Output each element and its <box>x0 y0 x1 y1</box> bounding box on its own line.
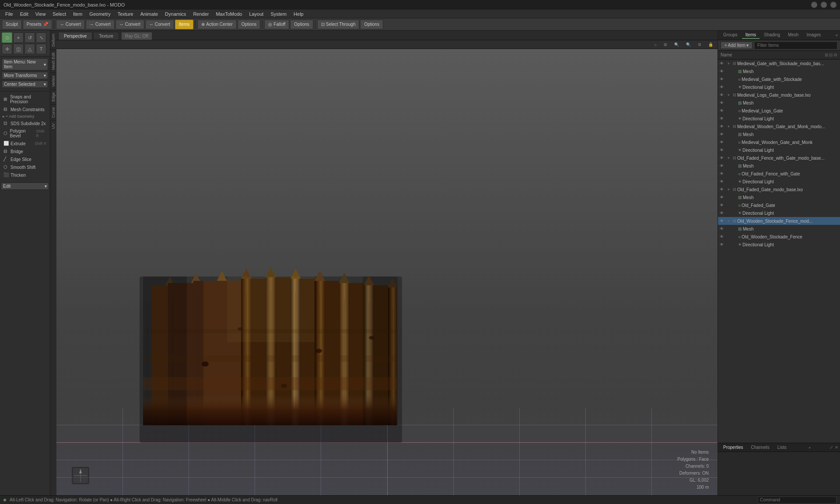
eye-icon-14[interactable]: 👁 <box>720 164 726 168</box>
mesh-constraints-button[interactable]: ⊟ Mesh Constraints <box>1 105 49 113</box>
convert-button-1[interactable]: ↔ Convert <box>56 20 85 29</box>
vp-zoom-fit-button[interactable]: ⊞ <box>661 42 670 47</box>
tree-item-24[interactable]: 👁☀Directional Light <box>718 241 840 248</box>
vp-home-button[interactable]: ⌂ <box>652 42 659 47</box>
eye-icon-5[interactable]: 👁 <box>720 93 726 97</box>
vp-lock-button[interactable]: 🔒 <box>706 42 716 47</box>
viewport-canvas[interactable]: No Items Polygons : Face Channels: 0 Def… <box>56 49 718 495</box>
menu-item-geometry[interactable]: Geometry <box>86 10 114 18</box>
images-tab[interactable]: Images <box>803 32 824 39</box>
tree-expand-21[interactable]: ▾ <box>728 219 732 223</box>
center-selected-dropdown[interactable]: Center Selected ▾ <box>2 80 48 88</box>
add-panel-button[interactable]: + <box>835 32 838 38</box>
menu-item-item[interactable]: Item <box>70 10 86 18</box>
vtab-curve[interactable]: Curve <box>50 104 56 120</box>
vtab-deform[interactable]: Deform <box>50 31 56 49</box>
eye-icon-16[interactable]: 👁 <box>720 179 726 184</box>
eye-icon-20[interactable]: 👁 <box>720 211 726 215</box>
tree-collapse-all-button[interactable]: ⊟ <box>829 52 833 57</box>
menu-item-render[interactable]: Render <box>189 10 212 18</box>
eye-icon-23[interactable]: 👁 <box>720 234 726 239</box>
tree-item-12[interactable]: 👁☀Directional Light <box>718 146 840 154</box>
menu-item-edit[interactable]: Edit <box>17 10 32 18</box>
mesh-tab[interactable]: Mesh <box>784 32 802 39</box>
tree-item-16[interactable]: 👁☀Directional Light <box>718 178 840 186</box>
convert-button-3[interactable]: ↔ Convert <box>116 20 144 29</box>
paint-tool-button[interactable]: ⌖ <box>13 32 24 43</box>
lists-tab[interactable]: Lists <box>774 444 790 451</box>
shading-tab[interactable]: Shading <box>760 32 784 39</box>
texture-tab[interactable]: Texture <box>93 32 119 40</box>
expand-bottom-button[interactable]: ⤢ <box>830 445 833 450</box>
convert-button-2[interactable]: ↔ Convert <box>86 20 115 29</box>
select-through-button[interactable]: ⊡ Select Through <box>317 20 360 29</box>
tree-item-23[interactable]: 👁○Old_Wooden_Stockade_Fence <box>718 233 840 241</box>
bridge-button[interactable]: ⊟ Bridge <box>1 147 49 155</box>
eye-icon-8[interactable]: 👁 <box>720 116 726 121</box>
tree-item-15[interactable]: 👁○Old_Faded_Fence_with_Gate <box>718 170 840 178</box>
eye-icon-2[interactable]: 👁 <box>720 69 726 74</box>
tree-expand-5[interactable]: ▾ <box>728 93 732 97</box>
vtab-vertex[interactable]: Vertex <box>50 73 56 90</box>
tree-expand-all-button[interactable]: ⊞ <box>825 52 828 57</box>
more-transforms-dropdown[interactable]: More Transforms ▾ <box>2 72 48 79</box>
menu-item-animate[interactable]: Animate <box>137 10 161 18</box>
vp-settings-button[interactable]: ⚙ <box>695 42 704 47</box>
work-plane-button[interactable]: ◫ <box>13 44 24 54</box>
falloff-options-button[interactable]: Options <box>290 20 313 29</box>
channels-tab[interactable]: Channels <box>748 444 773 451</box>
eye-icon-24[interactable]: 👁 <box>720 242 726 247</box>
action-center-button[interactable]: ⊕ Action Center <box>197 20 237 29</box>
minimize-button[interactable]: — <box>811 2 817 8</box>
select-through-options-button[interactable]: Options <box>360 20 383 29</box>
edit-dropdown[interactable]: Edit ▾ <box>1 182 49 190</box>
eye-icon-21[interactable]: 👁 <box>720 219 726 223</box>
eye-icon-10[interactable]: 👁 <box>720 132 726 136</box>
vtab-mesh-edit[interactable]: Mesh Edit <box>50 49 56 73</box>
thicken-button[interactable]: ⬛ Thicken <box>1 171 49 179</box>
tree-item-3[interactable]: 👁○Medieval_Gate_with_Stockade <box>718 75 840 83</box>
close-bottom-button[interactable]: ✕ <box>835 445 838 450</box>
polygon-bevel-button[interactable]: ⬡ Polygon Bevel Shift-B <box>1 127 49 140</box>
menu-item-texture[interactable]: Texture <box>114 10 137 18</box>
menu-item-maxtomodo[interactable]: MaxToModo <box>212 10 245 18</box>
convert-button-4[interactable]: ↔ Convert <box>145 20 174 29</box>
edge-slice-button[interactable]: ╱ Edge Slice <box>1 155 49 163</box>
filter-items-input[interactable] <box>754 42 837 49</box>
eye-icon-6[interactable]: 👁 <box>720 101 726 105</box>
drop-tool-button[interactable]: △ <box>24 44 35 54</box>
items-tab[interactable]: Items <box>742 32 760 39</box>
tree-item-19[interactable]: 👁○Old_Faded_Gate <box>718 201 840 209</box>
tree-item-2[interactable]: 👁▨Mesh <box>718 67 840 75</box>
tree-item-10[interactable]: 👁▨Mesh <box>718 130 840 138</box>
eye-icon-9[interactable]: 👁 <box>720 124 726 129</box>
eye-icon-13[interactable]: 👁 <box>720 156 726 160</box>
tree-item-20[interactable]: 👁☀Directional Light <box>718 209 840 217</box>
menu-item-dynamics[interactable]: Dynamics <box>161 10 189 18</box>
eye-icon-3[interactable]: 👁 <box>720 77 726 81</box>
tree-item-9[interactable]: 👁▾⊟Medieval_Wooden_Gate_and_Monk_modo... <box>718 122 840 130</box>
menu-item-layout[interactable]: Layout <box>245 10 267 18</box>
tree-item-11[interactable]: 👁○Medieval_Wooden_Gate_and_Monk <box>718 138 840 146</box>
rotate-tool-button[interactable]: ↺ <box>24 32 35 43</box>
eye-icon-15[interactable]: 👁 <box>720 172 726 176</box>
tree-item-5[interactable]: 👁▾⊟Medieval_Logs_Gate_modo_base.lxo <box>718 91 840 99</box>
close-button[interactable]: ✕ <box>830 2 836 8</box>
items-button[interactable]: Items <box>175 20 193 29</box>
perspective-tab[interactable]: Perspective <box>58 32 92 40</box>
properties-tab[interactable]: Properties <box>720 444 747 451</box>
tree-item-1[interactable]: 👁▾⊟Medieval_Gate_with_Stockade_modo_bas.… <box>718 60 840 67</box>
eye-icon-18[interactable]: 👁 <box>720 195 726 200</box>
add-item-button[interactable]: + Add Item ▾ <box>721 42 752 49</box>
smooth-shift-button[interactable]: ⬡ Smooth Shift <box>1 163 49 171</box>
sds-subdivide-button[interactable]: ⊡ SDS Subdivide 2x <box>1 119 49 127</box>
move-tool-button[interactable]: ✛ <box>2 44 12 54</box>
scale-tool-button[interactable]: ⤡ <box>36 32 46 43</box>
falloff-button[interactable]: ◎ Falloff <box>264 20 289 29</box>
menu-item-system[interactable]: System <box>267 10 290 18</box>
tree-item-6[interactable]: 👁▨Mesh <box>718 99 840 107</box>
menu-item-help[interactable]: Help <box>290 10 307 18</box>
vtab-edge[interactable]: Edge <box>50 89 56 104</box>
vp-zoom-in-button[interactable]: 🔍 <box>672 42 682 47</box>
tree-item-17[interactable]: 👁▾⊟Old_Faded_Gate_modo_base.lxo <box>718 186 840 193</box>
